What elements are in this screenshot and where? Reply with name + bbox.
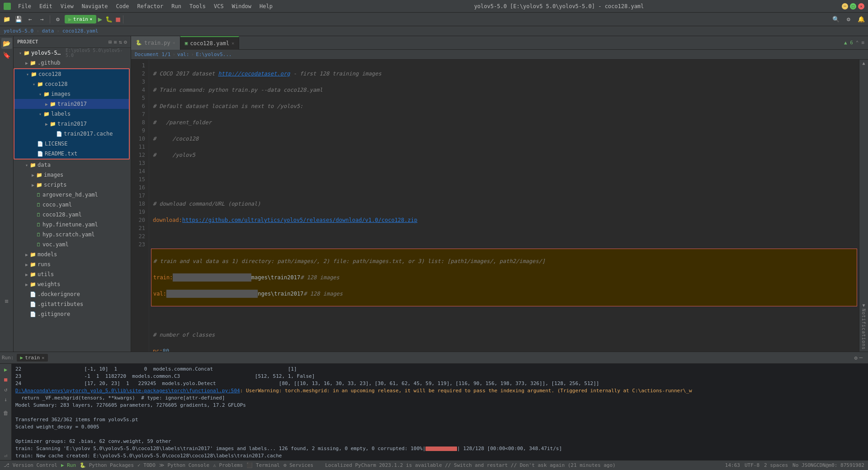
tab-train-py[interactable]: 🐍 train.py ✕ [131,36,180,50]
code-editor[interactable]: # COCO 2017 dataset http://cocodataset.o… [149,60,859,352]
tree-item-train2017-cache[interactable]: ▶ 📄 train2017.cache [14,129,129,139]
menu-bar[interactable]: File Edit View Navigate Code Refactor Ru… [14,2,276,10]
notifications-btn[interactable]: 🔔 [856,14,866,24]
tree-item-coco128-yaml[interactable]: ▶ 🗒 coco128.yaml [14,210,131,220]
window-controls[interactable]: ─ □ ✕ [842,3,864,9]
tree-arrow-runs[interactable]: ▶ [24,262,30,267]
tab-more-icon[interactable]: ≡ [861,40,864,46]
run-side-stop-icon[interactable]: ■ [2,376,10,384]
menu-edit[interactable]: Edit [36,2,56,10]
tree-arrow-train2017-lbl[interactable]: ▶ [43,122,50,127]
sidebar-sort-icon[interactable]: ≡ [113,39,117,45]
nav-file[interactable]: coco128.yaml [62,28,98,34]
tree-item-argoverse[interactable]: ▶ 🗒 argoverse_hd.yaml [14,190,131,200]
tab-close-coco128-yaml[interactable]: ✕ [231,41,234,46]
tree-item-weights[interactable]: ▶ 📁 weights [14,279,131,289]
tree-item-runs[interactable]: ▶ 📁 runs [14,259,131,269]
menu-view[interactable]: View [57,2,77,10]
settings-btn[interactable]: ⚙ [844,14,854,24]
tree-item-labels[interactable]: ▾ 📁 labels [14,109,129,119]
status-vcs[interactable]: ⎇ Version Control [4,462,57,468]
minimize-button[interactable]: ─ [842,3,848,9]
debug-button[interactable]: 🐛 [104,14,114,24]
tree-item-data[interactable]: ▾ 📁 data [14,160,131,170]
run-side-wrap-icon[interactable]: ⏎ [2,452,10,460]
tree-item-data-images[interactable]: ▶ 📁 images [14,170,131,180]
tree-arrow-models[interactable]: ▶ [24,252,30,257]
status-python-packages[interactable]: 🐍 Python Packages [80,462,134,468]
breadcrumb-path[interactable]: E:\yolov5... [196,52,231,57]
tree-arrow-data-scripts[interactable]: ▶ [30,183,36,188]
run-panel-settings-icon[interactable]: ⚙ [854,355,858,361]
tree-item-license[interactable]: ▶ 📄 LICENSE [14,139,129,149]
scroll-up-icon[interactable]: ▲ [862,61,865,66]
toolbar-forward-btn[interactable]: → [37,14,47,24]
tree-arrow-data-images[interactable]: ▶ [30,173,36,178]
tree-item-voc-yaml[interactable]: ▶ 🗒 voc.yaml [14,240,131,249]
toolbar-search-area[interactable]: 🔍 ⚙ 🔔 [831,14,866,24]
search-everywhere-btn[interactable]: 🔍 [831,14,841,24]
tree-item-coco-yaml[interactable]: ▶ 🗒 coco.yaml [14,200,131,210]
tree-item-utils[interactable]: ▶ 📁 utils [14,269,131,279]
tab-close-train-py[interactable]: ✕ [173,40,175,45]
run-panel-content[interactable]: 22 [-1, 10] 1 0 models.common.Concat [1]… [12,364,868,460]
status-line-col[interactable]: 14:63 [725,462,740,468]
structure-icon[interactable]: ≡ [1,296,12,306]
tree-item-dockerignore[interactable]: ▶ 📄 .dockerignore [14,289,131,299]
nav-project[interactable]: yolov5-5.0 [4,28,33,34]
run-side-clear-icon[interactable]: 🗑 [2,409,10,417]
scroll-down-icon[interactable]: ▼ [862,303,865,308]
tree-item-models[interactable]: ▶ 📁 models [14,249,131,259]
tree-item-yolov5-root[interactable]: ▾ 📁 yolov5-5.0 E:\yolov5 5.0\yolov5-5.0 [14,48,131,58]
tree-item-train2017-img[interactable]: ▶ 📁 train2017 [14,99,129,109]
toolbar-build-btn[interactable]: ⚙ [53,14,63,24]
toolbar-save-btn[interactable]: 💾 [14,14,24,24]
menu-tools[interactable]: Tools [186,2,209,10]
tree-item-hyp-scratch[interactable]: ▶ 🗒 hyp.scratch.yaml [14,230,131,240]
status-terminal[interactable]: ⬛ Terminal [246,462,280,468]
tree-arrow-utils[interactable]: ▶ [24,272,30,277]
tree-item-hyp-finetune[interactable]: ▶ 🗒 hyp.finetune.yaml [14,220,131,230]
nav-data[interactable]: data [42,28,54,34]
tree-arrow-images[interactable]: ▾ [37,92,43,97]
status-run[interactable]: ▶ Run [61,462,76,468]
breadcrumb-val[interactable]: val: [177,52,189,57]
bottom-tab-train[interactable]: ▶ train ✕ [17,354,48,362]
run-side-down-icon[interactable]: ↓ [2,395,10,404]
tree-item-data-scripts[interactable]: ▶ 📁 scripts [14,180,131,190]
sidebar-settings-icon[interactable]: ⚙ [124,39,127,45]
tree-arrow-github[interactable]: ▶ [24,61,30,66]
status-problems[interactable]: ⚠ Problems [213,462,243,468]
toolbar-open-btn[interactable]: 📁 [2,14,12,24]
tree-arrow-coco128[interactable]: ▾ [24,72,31,77]
close-button[interactable]: ✕ [858,3,864,9]
menu-refactor[interactable]: Refactor [133,2,167,10]
project-view-icon[interactable]: 📂 [1,38,12,49]
run-side-rerun-icon[interactable]: ↺ [2,385,10,394]
menu-navigate[interactable]: Navigate [78,2,112,10]
tab-coco128-yaml[interactable]: ▣ coco128.yaml ✕ [180,36,239,50]
sidebar-layout-icon[interactable]: ⊞ [108,39,112,45]
tree-arrow-root[interactable]: ▾ [17,51,24,56]
tree-arrow-coco128-inner[interactable]: ▾ [31,82,37,87]
tree-arrow-labels[interactable]: ▾ [37,112,43,117]
status-json-info[interactable]: No JSONGCDN@m0: 87591982 [793,462,864,468]
tree-arrow-train2017-img[interactable]: ▶ [43,102,50,107]
tree-item-gitignore[interactable]: ▶ 📄 .gitignore [14,309,131,319]
sidebar-header-icons[interactable]: ⊞ ≡ ⇅ ⚙ [108,39,127,45]
menu-run[interactable]: Run [168,2,185,10]
editor-content[interactable]: 12345 678910 1112131415 1617181920 21222… [131,60,868,352]
menu-help[interactable]: Help [256,2,276,10]
menu-code[interactable]: Code [113,2,133,10]
status-services[interactable]: ⚙ Services [283,462,313,468]
tree-arrow-data[interactable]: ▾ [24,163,30,168]
toolbar-back-btn[interactable]: ← [25,14,35,24]
menu-file[interactable]: File [14,2,35,10]
run-button[interactable]: ▶ [98,15,103,24]
run-panel-minimize-icon[interactable]: ─ [859,355,863,361]
sidebar-collapse-icon[interactable]: ⇅ [119,39,122,45]
maximize-button[interactable]: □ [850,3,856,9]
run-configuration-dropdown[interactable]: ▶ train ▾ [65,15,96,24]
tree-item-images[interactable]: ▾ 📁 images [14,89,129,99]
tree-item-readme[interactable]: ▶ 📄 README.txt [14,149,129,159]
